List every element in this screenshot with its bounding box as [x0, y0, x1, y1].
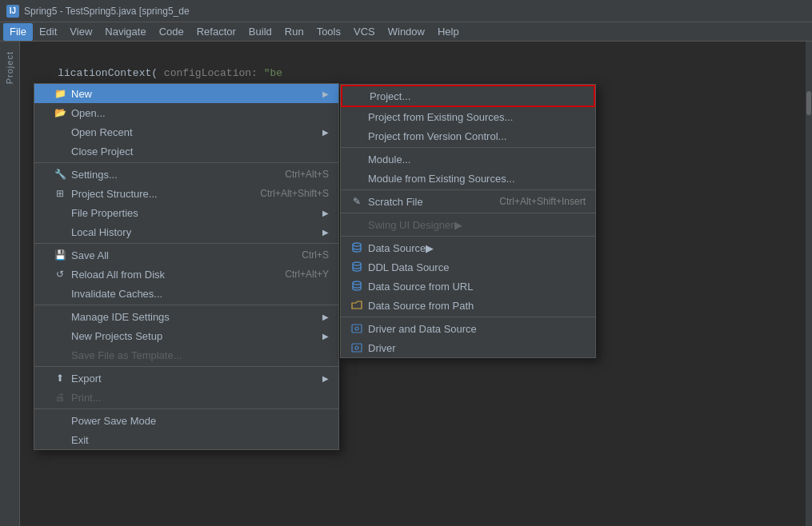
- menu-edit[interactable]: Edit: [33, 23, 63, 41]
- blank-icon: [350, 218, 363, 231]
- scrollbar[interactable]: [806, 42, 812, 526]
- menu-item-export[interactable]: ⬆ Export ▶: [34, 369, 338, 388]
- menu-build[interactable]: Build: [242, 23, 278, 41]
- open-folder-icon: 📂: [54, 106, 66, 119]
- blank-icon: [54, 349, 66, 361]
- menu-item-print[interactable]: 🖨 Print...: [34, 388, 338, 407]
- menu-item-new-projects[interactable]: New Projects Setup ▶: [34, 326, 338, 345]
- title-bar: IJ Spring5 - TestSpring5.java [spring5_d…: [0, 0, 812, 22]
- svg-rect-5: [352, 344, 362, 352]
- menu-file[interactable]: File: [3, 23, 33, 41]
- menu-item-close-project[interactable]: Close Project: [34, 141, 338, 161]
- blank-icon: [350, 153, 363, 165]
- menu-item-project-structure[interactable]: ⊞ Project Structure... Ctrl+Alt+Shift+S: [34, 184, 338, 203]
- menu-item-open-recent[interactable]: Open Recent ▶: [34, 122, 338, 141]
- blank-icon: [54, 310, 66, 323]
- submenu-item-data-source-url[interactable]: Data Source from URL: [341, 277, 595, 296]
- separator: [34, 243, 338, 244]
- scrollbar-thumb[interactable]: [806, 91, 811, 115]
- submenu-item-module[interactable]: Module...: [341, 149, 595, 169]
- submenu-arrow-icon: ▶: [454, 219, 462, 231]
- submenu-item-module-existing[interactable]: Module from Existing Sources...: [341, 169, 595, 188]
- submenu-item-driver[interactable]: Driver: [341, 338, 595, 357]
- menu-help[interactable]: Help: [431, 23, 466, 41]
- blank-icon: [54, 329, 66, 342]
- driver-icon: [350, 341, 363, 354]
- submenu-item-swing[interactable]: Swing UI Designer ▶: [341, 215, 595, 234]
- menu-item-save-template[interactable]: Save File as Template...: [34, 345, 338, 365]
- submenu-item-ddl-data-source[interactable]: DDL Data Source: [341, 257, 595, 277]
- menu-item-manage-ide[interactable]: Manage IDE Settings ▶: [34, 307, 338, 326]
- code-line: licationContext( configLocation: "be: [33, 66, 799, 82]
- menu-item-settings[interactable]: 🔧 Settings... Ctrl+Alt+S: [34, 165, 338, 184]
- wrench-icon: 🔧: [54, 168, 66, 181]
- ddl-database-icon: [350, 261, 363, 273]
- blank-icon: [54, 433, 66, 446]
- svg-rect-3: [352, 325, 362, 333]
- menu-vcs[interactable]: VCS: [347, 23, 382, 41]
- menu-navigate[interactable]: Navigate: [98, 23, 152, 41]
- menu-item-save-all[interactable]: 💾 Save All Ctrl+S: [34, 245, 338, 265]
- menu-tools[interactable]: Tools: [310, 23, 347, 41]
- svg-point-4: [355, 327, 358, 330]
- svg-point-1: [353, 262, 361, 265]
- menu-item-local-history[interactable]: Local History ▶: [34, 222, 338, 241]
- separator: [341, 213, 595, 213]
- menu-refactor[interactable]: Refactor: [190, 23, 242, 41]
- submenu-arrow-icon: ▶: [322, 90, 329, 98]
- blank-icon: [350, 110, 363, 123]
- submenu-arrow-icon: ▶: [322, 332, 329, 341]
- submenu-item-data-source-path[interactable]: Data Source from Path: [341, 296, 595, 315]
- menu-run[interactable]: Run: [278, 23, 310, 41]
- blank-icon: [350, 130, 363, 142]
- separator: [34, 408, 338, 409]
- menu-item-exit[interactable]: Exit: [34, 430, 338, 449]
- submenu-arrow-icon: ▶: [322, 374, 329, 383]
- project-structure-icon: ⊞: [54, 187, 66, 200]
- separator: [34, 305, 338, 305]
- menu-window[interactable]: Window: [382, 23, 431, 41]
- menu-code[interactable]: Code: [153, 23, 190, 41]
- submenu-arrow-icon: ▶: [426, 242, 434, 254]
- url-database-icon: [350, 280, 363, 293]
- submenu-arrow-icon: ▶: [322, 313, 329, 321]
- submenu-item-data-source[interactable]: Data Source ▶: [341, 238, 595, 257]
- separator: [34, 366, 338, 367]
- menu-item-power-save[interactable]: Power Save Mode: [34, 411, 338, 430]
- svg-point-2: [353, 281, 361, 285]
- file-menu-dropdown: 📁 New ▶ 📂 Open... Open Recent ▶ Close Pr…: [34, 83, 339, 450]
- menu-item-open[interactable]: 📂 Open...: [34, 103, 338, 122]
- separator: [341, 317, 595, 317]
- folder-icon: 📁: [54, 87, 66, 100]
- menu-item-reload[interactable]: ↺ Reload All from Disk Ctrl+Alt+Y: [34, 265, 338, 284]
- submenu-item-project-existing[interactable]: Project from Existing Sources...: [341, 107, 595, 126]
- submenu-item-project-vcs[interactable]: Project from Version Control...: [341, 126, 595, 145]
- menu-view[interactable]: View: [63, 23, 98, 41]
- menu-bar: File Edit View Navigate Code Refactor Bu…: [0, 22, 812, 42]
- sidebar-label: Project: [5, 51, 14, 84]
- main-area: Project licationContext( configLocation:…: [0, 42, 812, 526]
- svg-point-6: [355, 346, 358, 349]
- blank-icon: [54, 126, 66, 138]
- submenu-item-project[interactable]: Project...: [341, 85, 595, 107]
- blank-icon: [352, 90, 365, 102]
- sidebar: Project: [0, 42, 20, 526]
- code-line: [33, 50, 799, 66]
- svg-point-0: [353, 243, 361, 246]
- menu-item-new[interactable]: 📁 New ▶: [34, 84, 338, 103]
- blank-icon: [54, 414, 66, 427]
- menu-item-invalidate[interactable]: Invalidate Caches...: [34, 284, 338, 303]
- scratch-icon: ✎: [350, 195, 363, 208]
- menu-item-file-properties[interactable]: File Properties ▶: [34, 203, 338, 222]
- submenu-arrow-icon: ▶: [322, 228, 329, 237]
- new-submenu: Project... Project from Existing Sources…: [340, 84, 596, 358]
- save-icon: 💾: [54, 249, 66, 261]
- separator: [341, 147, 595, 148]
- submenu-item-driver-data-source[interactable]: Driver and Data Source: [341, 319, 595, 338]
- blank-icon: [54, 287, 66, 300]
- submenu-item-scratch[interactable]: ✎ Scratch File Ctrl+Alt+Shift+Insert: [341, 192, 595, 211]
- submenu-arrow-icon: ▶: [322, 209, 329, 217]
- driver-data-source-icon: [350, 322, 363, 335]
- database-icon: [350, 241, 363, 254]
- app-icon: IJ: [6, 5, 19, 18]
